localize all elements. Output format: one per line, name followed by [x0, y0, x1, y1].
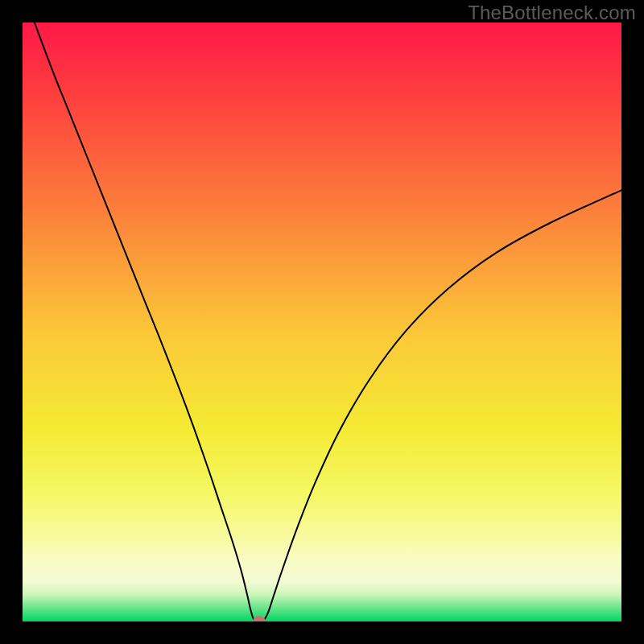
chart-frame: TheBottleneck.com — [0, 0, 644, 644]
chart-background — [23, 23, 621, 621]
bottleneck-chart — [23, 23, 621, 621]
watermark-text: TheBottleneck.com — [468, 2, 636, 24]
